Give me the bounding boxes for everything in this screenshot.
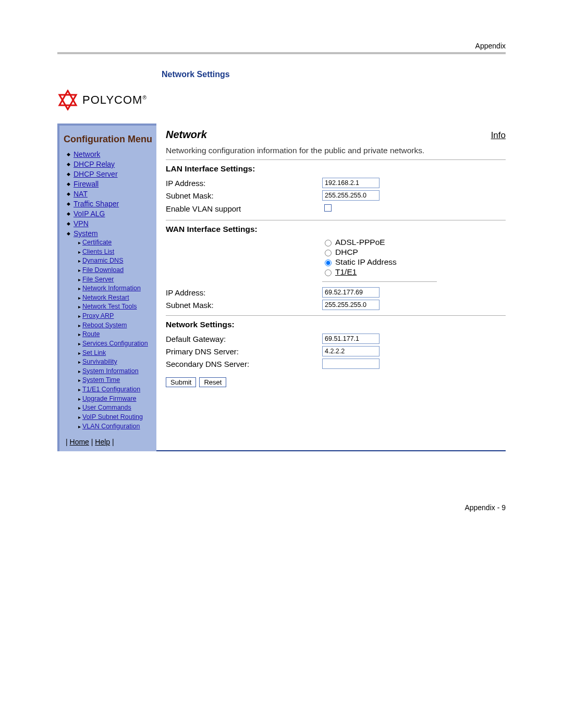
page-title: Network bbox=[166, 129, 207, 141]
sidebar-title: Configuration Menu bbox=[63, 134, 153, 145]
gw-input[interactable] bbox=[322, 334, 380, 344]
lan-vlan-label: Enable VLAN support bbox=[166, 202, 322, 216]
subitem-file-server[interactable]: File Server bbox=[82, 276, 114, 283]
home-link[interactable]: Home bbox=[70, 438, 89, 446]
lan-ip-input[interactable] bbox=[322, 178, 380, 188]
subitem-vlan-configuration[interactable]: VLAN Configuration bbox=[82, 423, 140, 430]
help-link[interactable]: Help bbox=[95, 438, 110, 446]
polycom-icon bbox=[57, 90, 78, 110]
lan-mask-input[interactable] bbox=[322, 190, 380, 201]
wan-ip-label: IP Address: bbox=[166, 286, 322, 299]
wan-mask-input[interactable] bbox=[322, 300, 380, 310]
sidebar-item-dhcp-server[interactable]: DHCP Server bbox=[74, 170, 118, 178]
page-header-appendix: Appendix bbox=[57, 42, 506, 50]
configuration-menu: Configuration Menu Network DHCP Relay DH… bbox=[57, 124, 156, 451]
brand-logo: POLYCOM® bbox=[57, 90, 506, 110]
wan-mask-label: Subnet Mask: bbox=[166, 299, 322, 311]
info-link[interactable]: Info bbox=[491, 130, 506, 141]
reset-button[interactable]: Reset bbox=[199, 377, 226, 387]
divider bbox=[166, 159, 506, 160]
wan-ip-input[interactable] bbox=[322, 287, 380, 298]
wan-radio-adsl[interactable] bbox=[325, 240, 332, 246]
subitem-network-restart[interactable]: Network Restart bbox=[82, 294, 129, 301]
sidebar-item-traffic-shaper[interactable]: Traffic Shaper bbox=[74, 200, 119, 208]
subitem-dynamic-dns[interactable]: Dynamic DNS bbox=[82, 257, 124, 264]
page-description: Networking configuration information for… bbox=[166, 146, 506, 155]
sidebar-item-dhcp-relay[interactable]: DHCP Relay bbox=[74, 160, 115, 168]
subitem-user-commands[interactable]: User Commands bbox=[82, 404, 131, 411]
subitem-network-test-tools[interactable]: Network Test Tools bbox=[82, 303, 137, 310]
dns2-input[interactable] bbox=[322, 359, 380, 369]
subitem-clients-list[interactable]: Clients List bbox=[82, 248, 114, 255]
lan-mask-label: Subnet Mask: bbox=[166, 189, 322, 202]
sidebar-item-vpn[interactable]: VPN bbox=[74, 219, 89, 228]
sidebar-item-network[interactable]: Network bbox=[74, 150, 100, 158]
sidebar-item-firewall[interactable]: Firewall bbox=[74, 180, 99, 188]
wan-heading: WAN Interface Settings: bbox=[166, 225, 506, 234]
wan-radio-static[interactable] bbox=[325, 260, 332, 266]
sidebar-item-voip-alg[interactable]: VoIP ALG bbox=[74, 209, 105, 218]
sidebar-item-system[interactable]: System bbox=[74, 229, 98, 238]
wan-opt-t1e1[interactable]: T1/E1 bbox=[335, 267, 357, 277]
subitem-voip-subnet-routing[interactable]: VoIP Subnet Routing bbox=[82, 413, 143, 421]
page-footer: Appendix - 9 bbox=[57, 503, 506, 512]
subitem-reboot-system[interactable]: Reboot System bbox=[82, 322, 127, 329]
subitem-proxy-arp[interactable]: Proxy ARP bbox=[82, 312, 114, 319]
subitem-system-time[interactable]: System Time bbox=[82, 376, 120, 384]
divider bbox=[166, 220, 506, 220]
divider bbox=[322, 281, 437, 282]
subitem-certificate[interactable]: Certificate bbox=[82, 239, 112, 246]
submit-button[interactable]: Submit bbox=[166, 377, 196, 387]
wan-radio-dhcp[interactable] bbox=[325, 250, 332, 256]
dns1-label: Primary DNS Server: bbox=[166, 345, 322, 357]
subitem-services-configuration[interactable]: Services Configuration bbox=[82, 340, 148, 347]
lan-vlan-checkbox[interactable] bbox=[324, 204, 332, 212]
subitem-network-information[interactable]: Network Information bbox=[82, 285, 141, 292]
subitem-survivability[interactable]: Survivability bbox=[82, 358, 117, 365]
sidebar-footer: | Home | Help | bbox=[63, 438, 153, 446]
subitem-file-download[interactable]: File Download bbox=[82, 266, 124, 274]
brand-text: POLYCOM® bbox=[82, 93, 147, 107]
header-rule bbox=[57, 52, 506, 54]
network-settings-heading: Network Settings: bbox=[166, 320, 506, 329]
subitem-system-information[interactable]: System Information bbox=[82, 367, 139, 375]
wan-opt-adsl: ADSL-PPPoE bbox=[335, 238, 385, 247]
wan-radio-t1e1[interactable] bbox=[325, 269, 332, 276]
dns2-label: Secondary DNS Server: bbox=[166, 357, 322, 370]
wan-opt-dhcp: DHCP bbox=[335, 248, 358, 257]
wan-opt-static: Static IP Address bbox=[335, 257, 397, 267]
dns1-input[interactable] bbox=[322, 346, 380, 356]
section-title: Network Settings bbox=[162, 70, 506, 79]
content-panel: Network Info Networking configuration in… bbox=[156, 124, 506, 451]
subitem-route[interactable]: Route bbox=[82, 330, 100, 338]
subitem-t1e1-configuration[interactable]: T1/E1 Configuration bbox=[82, 386, 140, 393]
lan-ip-label: IP Address: bbox=[166, 177, 322, 189]
gw-label: Default Gateway: bbox=[166, 332, 322, 345]
sidebar-item-nat[interactable]: NAT bbox=[74, 190, 88, 198]
subitem-set-link[interactable]: Set Link bbox=[82, 349, 106, 356]
lan-heading: LAN Interface Settings: bbox=[166, 164, 506, 174]
subitem-upgrade-firmware[interactable]: Upgrade Firmware bbox=[82, 395, 137, 402]
divider bbox=[166, 315, 506, 316]
